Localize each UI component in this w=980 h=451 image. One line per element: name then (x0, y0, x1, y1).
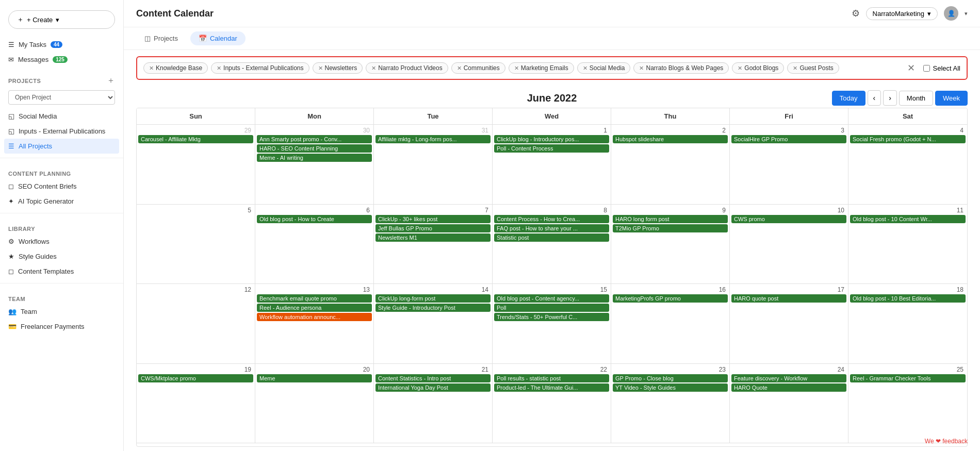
calendar-event[interactable]: Statistic post (494, 233, 609, 242)
calendar-event[interactable]: HARO quote post (731, 294, 846, 303)
calendar-event[interactable]: Newsletters M1 (375, 233, 491, 242)
calendar-event[interactable]: Hubspot slideshare (613, 135, 728, 143)
calendar-event[interactable]: Content Process - How to Crea... (494, 215, 609, 223)
month-button[interactable]: Month (899, 91, 933, 106)
calendar-cell[interactable]: 10CWS promo (730, 205, 848, 285)
filter-tag-remove[interactable]: ✕ (457, 65, 462, 72)
sidebar-item-ai-topic[interactable]: ✦ AI Topic Generator (0, 194, 123, 209)
calendar-event[interactable]: ClickUp - 30+ likes post (375, 215, 491, 223)
calendar-cell[interactable]: 6Old blog post - How to Create (255, 205, 374, 285)
calendar-event[interactable]: Meme (257, 374, 372, 382)
calendar-cell[interactable]: 9HARO long form postT2Mio GP Promo (611, 205, 730, 285)
calendar-event[interactable]: Poll (494, 304, 609, 312)
sidebar-item-all-projects[interactable]: ☰ All Projects (4, 139, 119, 154)
calendar-event[interactable]: Reel - Grammar Checker Tools (850, 374, 966, 382)
calendar-event[interactable]: FAQ post - How to share your ... (494, 224, 609, 232)
sidebar-item-style-guides[interactable]: ★ Style Guides (0, 249, 123, 264)
today-button[interactable]: Today (832, 91, 865, 106)
filter-tag-remove[interactable]: ✕ (639, 65, 644, 72)
calendar-event[interactable]: International Yoga Day Post (375, 383, 491, 392)
sidebar-item-seo-briefs[interactable]: ◻ SEO Content Briefs (0, 179, 123, 194)
calendar-event[interactable]: Old blog post - How to Create (257, 215, 372, 223)
sidebar-item-messages[interactable]: ✉ Messages 125 (0, 52, 123, 67)
calendar-cell[interactable]: 3SocialHire GP Promo (730, 125, 848, 205)
calendar-event[interactable]: Poll - Content Process (494, 144, 609, 153)
calendar-cell[interactable]: 13Benchmark email quote promoReel - Audi… (255, 284, 374, 364)
prev-button[interactable]: ‹ (868, 90, 881, 106)
calendar-cell[interactable]: 5 (137, 205, 255, 285)
calendar-cell[interactable]: 18Old blog post - 10 Best Editoria... (848, 284, 967, 364)
next-button[interactable]: › (883, 90, 897, 106)
calendar-event[interactable]: Old blog post - 10 Content Wr... (850, 215, 966, 223)
calendar-event[interactable]: Workflow automation announc... (257, 313, 372, 321)
sidebar-item-freelancer-payments[interactable]: 💳 Freelancer Payments (0, 319, 123, 334)
calendar-cell[interactable]: 16MarketingProfs GP promo (611, 284, 730, 364)
filter-tag-remove[interactable]: ✕ (217, 65, 221, 72)
tab-projects[interactable]: ◫ Projects (136, 31, 186, 45)
calendar-cell[interactable]: 31Affiliate mktg - Long-form pos... (374, 125, 493, 205)
filter-tag-remove[interactable]: ✕ (514, 65, 519, 72)
calendar-cell[interactable]: 23GP Promo - Close blogYT Video - Style … (611, 364, 730, 444)
calendar-cell[interactable]: 2Hubspot slideshare (611, 125, 730, 205)
calendar-cell[interactable]: 15Old blog post - Content agency...PollT… (493, 284, 611, 364)
filter-clear-icon[interactable]: ✕ (907, 62, 915, 74)
filter-tag-remove[interactable]: ✕ (738, 65, 742, 72)
filter-tag-remove[interactable]: ✕ (793, 65, 797, 72)
calendar-cell[interactable]: 20Meme (255, 364, 374, 444)
calendar-cell[interactable]: 29Carousel - Affiliate Mktg (137, 125, 255, 205)
filter-tag-remove[interactable]: ✕ (318, 65, 323, 72)
calendar-event[interactable]: Jeff Bullas GP Promo (375, 224, 491, 232)
settings-icon[interactable]: ⚙ (852, 8, 860, 19)
calendar-event[interactable]: T2Mio GP Promo (613, 224, 728, 232)
filter-tag-remove[interactable]: ✕ (371, 65, 376, 72)
calendar-cell[interactable]: 11Old blog post - 10 Content Wr... (848, 205, 967, 285)
calendar-cell[interactable]: 7ClickUp - 30+ likes postJeff Bullas GP … (374, 205, 493, 285)
avatar[interactable]: 👤 (944, 6, 958, 21)
calendar-cell[interactable]: 19CWS/Mktplace promo (137, 364, 255, 444)
calendar-cell[interactable]: 17HARO quote post (730, 284, 848, 364)
week-button[interactable]: Week (935, 91, 968, 106)
calendar-event[interactable]: MarketingProfs GP promo (613, 294, 728, 303)
calendar-event[interactable]: HARO Quote (731, 383, 846, 392)
calendar-event[interactable]: SocialHire GP Promo (731, 135, 846, 143)
sidebar-item-inputs-ext[interactable]: ◱ Inputs - External Publications (0, 124, 123, 139)
filter-tag-remove[interactable]: ✕ (149, 65, 154, 72)
calendar-cell[interactable]: 12 (137, 284, 255, 364)
calendar-event[interactable]: HARO - SEO Content Planning (257, 144, 372, 153)
tab-calendar[interactable]: 📅 Calendar (190, 31, 246, 45)
calendar-event[interactable]: Style Guide - Introductory Post (375, 304, 491, 312)
calendar-event[interactable]: Reel - Audience persona (257, 304, 372, 312)
sidebar-item-team[interactable]: 👥 Team (0, 304, 123, 319)
calendar-cell[interactable]: 4Social Fresh promo (Godot + N... (848, 125, 967, 205)
calendar-event[interactable]: Ann Smarty post promo - Conv... (257, 135, 372, 143)
calendar-event[interactable]: Benchmark email quote promo (257, 294, 372, 303)
sidebar-item-workflows[interactable]: ⚙ Workflows (0, 234, 123, 249)
calendar-event[interactable]: YT Video - Style Guides (613, 383, 728, 392)
calendar-event[interactable]: Trends/Stats - 50+ Powerful C... (494, 313, 609, 321)
calendar-event[interactable]: Poll results - statistic post (494, 374, 609, 382)
calendar-event[interactable]: CWS promo (731, 215, 846, 223)
calendar-event[interactable]: Product-led - The Ultimate Gui... (494, 383, 609, 392)
sidebar-item-content-templates[interactable]: ◻ Content Templates (0, 264, 123, 279)
calendar-event[interactable]: Old blog post - 10 Best Editoria... (850, 294, 966, 303)
filter-tag-remove[interactable]: ✕ (583, 65, 587, 72)
create-button[interactable]: ＋ + Create ▾ (8, 10, 115, 29)
calendar-event[interactable]: Affiliate mktg - Long-form pos... (375, 135, 491, 143)
calendar-cell[interactable]: 8Content Process - How to Crea...FAQ pos… (493, 205, 611, 285)
account-selector[interactable]: NarratoMarketing ▾ (866, 7, 938, 20)
calendar-event[interactable]: Social Fresh promo (Godot + N... (850, 135, 966, 143)
calendar-cell[interactable]: 25Reel - Grammar Checker Tools (848, 364, 967, 444)
calendar-event[interactable]: ClickUp long-form post (375, 294, 491, 303)
calendar-cell[interactable]: 21Content Statistics - Intro postInterna… (374, 364, 493, 444)
calendar-event[interactable]: CWS/Mktplace promo (138, 374, 253, 382)
sidebar-item-social-media[interactable]: ◱ Social Media (0, 109, 123, 124)
calendar-event[interactable]: Content Statistics - Intro post (375, 374, 491, 382)
calendar-event[interactable]: Carousel - Affiliate Mktg (138, 135, 253, 143)
select-all-checkbox[interactable] (923, 65, 930, 72)
add-project-icon[interactable]: ＋ (107, 75, 116, 86)
calendar-cell[interactable]: 30Ann Smarty post promo - Conv...HARO - … (255, 125, 374, 205)
calendar-event[interactable]: Meme - AI writing (257, 154, 372, 162)
calendar-cell[interactable]: 22Poll results - statistic postProduct-l… (493, 364, 611, 444)
open-project-select[interactable]: Open Project (8, 90, 115, 105)
calendar-event[interactable]: ClickUp blog - Introductory pos... (494, 135, 609, 143)
